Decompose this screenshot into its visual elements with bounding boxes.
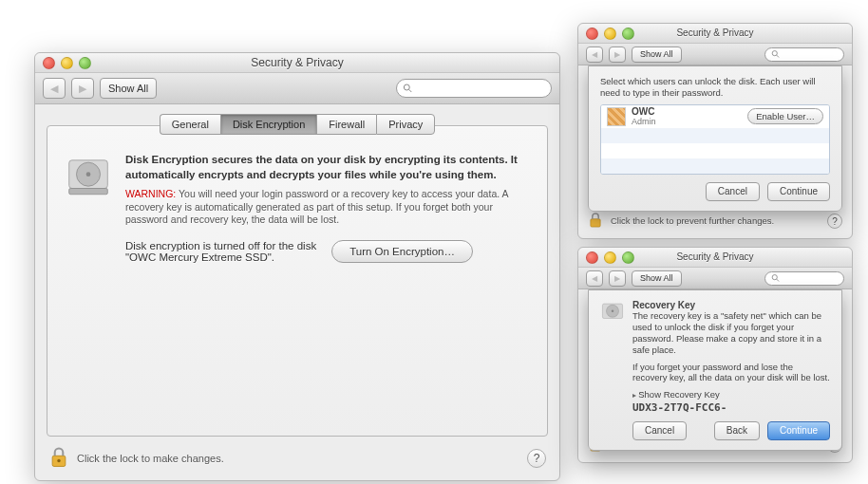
minimize-icon[interactable]	[604, 28, 616, 40]
svg-point-15	[612, 310, 613, 312]
tab-disk-encryption[interactable]: Disk Encryption	[220, 114, 316, 135]
recovery-body-2: If you forget your password and lose the…	[632, 362, 830, 384]
content-pane: Disk Encryption secures the data on your…	[47, 125, 548, 437]
search-icon	[771, 272, 780, 284]
show-all-button[interactable]: Show All	[632, 270, 682, 287]
search-input[interactable]	[416, 82, 545, 95]
zoom-icon[interactable]	[79, 57, 91, 69]
minimize-icon[interactable]	[61, 57, 73, 69]
status-line-1: Disk encryption is turned off for the di…	[125, 240, 316, 251]
user-list[interactable]: OWC Admin Enable User…	[600, 104, 830, 175]
lock-message: Click the lock to prevent further change…	[611, 215, 774, 227]
search-field[interactable]	[764, 47, 844, 62]
user-avatar-icon	[607, 107, 626, 126]
recovery-key-value: UDX3-2T7Q-FCC6-	[632, 401, 830, 414]
disk-icon	[65, 153, 112, 419]
titlebar: Security & Privacy	[578, 24, 852, 44]
disk-icon	[600, 300, 625, 440]
svg-point-4	[86, 172, 91, 177]
search-input[interactable]	[783, 271, 838, 285]
warning-text: You will need your login password or a r…	[125, 188, 508, 225]
zoom-icon[interactable]	[622, 28, 634, 40]
svg-line-12	[777, 279, 779, 281]
close-icon[interactable]	[586, 28, 598, 40]
tab-general[interactable]: General	[160, 114, 220, 135]
window-title: Security & Privacy	[676, 248, 753, 267]
recovery-heading: Recovery Key	[632, 300, 830, 310]
lock-message: Click the lock to make changes.	[77, 453, 224, 464]
window-title: Security & Privacy	[251, 53, 343, 72]
lock-icon[interactable]	[588, 212, 603, 231]
back-button[interactable]: ◀	[586, 47, 603, 63]
show-all-button[interactable]: Show All	[100, 78, 157, 99]
svg-point-0	[404, 84, 409, 90]
titlebar: Security & Privacy	[578, 248, 852, 268]
sheet-prompt: Select which users can unlock the disk. …	[600, 76, 830, 99]
svg-point-11	[772, 275, 777, 280]
svg-line-1	[409, 89, 412, 92]
continue-button[interactable]: Continue	[767, 182, 830, 201]
help-button[interactable]: ?	[827, 214, 842, 229]
lead-text: Disk Encryption secures the data on your…	[125, 153, 530, 182]
cancel-button[interactable]: Cancel	[706, 182, 760, 201]
svg-point-8	[772, 51, 777, 56]
user-name: OWC	[632, 106, 656, 117]
cancel-button[interactable]: Cancel	[632, 421, 687, 440]
window-title: Security & Privacy	[676, 24, 753, 43]
back-button[interactable]: Back	[714, 421, 760, 440]
svg-point-7	[57, 459, 60, 462]
search-input[interactable]	[783, 47, 838, 61]
continue-button[interactable]: Continue	[767, 421, 830, 440]
forward-button[interactable]: ▶	[609, 47, 626, 63]
warning-label: WARNING:	[125, 188, 176, 199]
search-field[interactable]	[764, 271, 844, 286]
turn-on-encryption-button[interactable]: Turn On Encryption…	[331, 240, 473, 263]
search-icon	[771, 48, 780, 60]
user-row[interactable]: OWC Admin Enable User…	[601, 105, 829, 128]
user-role: Admin	[632, 117, 656, 126]
close-icon[interactable]	[586, 251, 598, 264]
minimize-icon[interactable]	[604, 251, 616, 264]
forward-button[interactable]: ▶	[609, 270, 626, 287]
svg-rect-10	[591, 219, 600, 227]
search-field[interactable]	[396, 79, 552, 98]
back-button[interactable]: ◀	[586, 270, 603, 287]
tab-firewall[interactable]: Firewall	[316, 114, 376, 135]
svg-rect-5	[69, 189, 108, 195]
zoom-icon[interactable]	[622, 251, 634, 264]
show-recovery-key-toggle[interactable]: Show Recovery Key	[632, 389, 830, 400]
toolbar: ◀ ▶ Show All	[35, 73, 559, 104]
titlebar: Security & Privacy	[35, 53, 559, 73]
search-icon	[403, 83, 413, 94]
forward-button[interactable]: ▶	[71, 78, 94, 99]
lock-icon[interactable]	[48, 446, 69, 471]
enable-user-button[interactable]: Enable User…	[747, 108, 823, 124]
recovery-body-1: The recovery key is a "safety net" which…	[632, 310, 830, 356]
status-line-2: "OWC Mercury Extreme SSD".	[125, 251, 316, 263]
svg-line-9	[777, 55, 779, 57]
show-all-button[interactable]: Show All	[632, 47, 682, 63]
back-button[interactable]: ◀	[43, 78, 66, 99]
tab-privacy[interactable]: Privacy	[376, 114, 435, 135]
help-button[interactable]: ?	[527, 449, 546, 468]
close-icon[interactable]	[43, 57, 55, 69]
